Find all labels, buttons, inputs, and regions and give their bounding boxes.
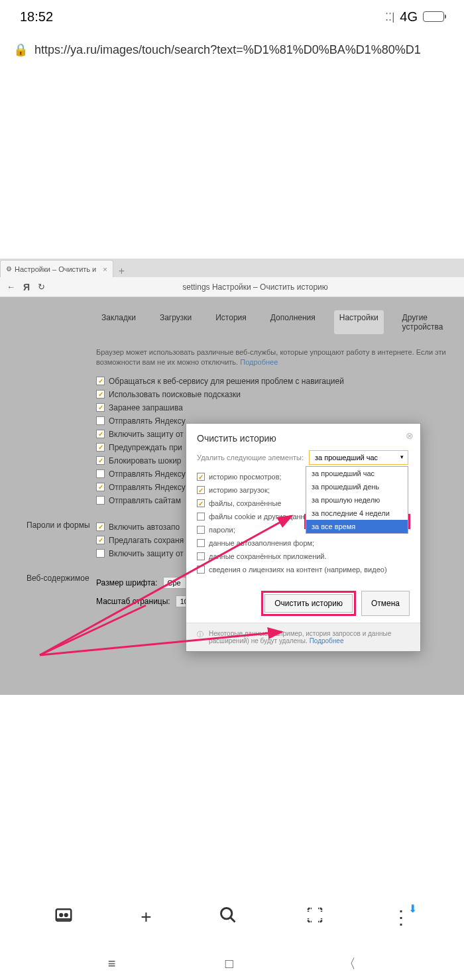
tab-addons[interactable]: Дополнения bbox=[265, 310, 321, 334]
yandex-logo[interactable]: Я bbox=[23, 282, 30, 292]
android-menu-button[interactable]: ≡ bbox=[108, 956, 116, 971]
checkbox[interactable] bbox=[96, 496, 105, 505]
clear-history-dialog: Очистить историю ⊗ Удалить следующие эле… bbox=[186, 423, 421, 652]
download-badge-icon: ⬇ bbox=[408, 902, 417, 915]
checkbox[interactable] bbox=[96, 390, 105, 398]
dropdown-list: за прошедший час за прошедший день за пр… bbox=[306, 466, 408, 534]
info-icon: ⓘ bbox=[197, 630, 203, 644]
android-home-button[interactable]: □ bbox=[225, 956, 233, 971]
dropdown-option[interactable]: за прошлую неделю bbox=[306, 493, 408, 507]
network-label: 4G bbox=[400, 9, 418, 25]
dropdown-option[interactable]: за прошедший час bbox=[306, 467, 408, 480]
checkbox[interactable] bbox=[96, 443, 105, 452]
tab-title: Настройки – Очистить и bbox=[15, 265, 96, 273]
dialog-label-row: Удалить следующие элементы: за прошедший… bbox=[197, 450, 410, 465]
dialog-footer: ⓘ Некоторые данные (например, история за… bbox=[186, 623, 420, 651]
tab-bookmarks[interactable]: Закладки bbox=[96, 310, 141, 334]
settings-menu-tabs: Закладки Загрузки История Дополнения Нас… bbox=[0, 310, 464, 334]
zoom-label: Масштаб страницы: bbox=[96, 597, 170, 606]
tab-downloads[interactable]: Загрузки bbox=[154, 310, 197, 334]
clear-history-button[interactable]: Очистить историю bbox=[264, 594, 353, 613]
checkbox[interactable] bbox=[96, 469, 105, 478]
checkbox[interactable] bbox=[96, 416, 105, 425]
checkbox[interactable] bbox=[96, 430, 105, 438]
checkbox[interactable] bbox=[96, 456, 105, 465]
status-right: ⁚⁚| 4G bbox=[385, 9, 444, 25]
status-time: 18:52 bbox=[20, 9, 53, 25]
dialog-header: Очистить историю ⊗ bbox=[186, 424, 420, 450]
dropdown-option[interactable]: за последние 4 недели bbox=[306, 507, 408, 520]
checkbox[interactable] bbox=[197, 552, 205, 560]
checkbox[interactable] bbox=[96, 522, 105, 531]
checkbox[interactable] bbox=[197, 539, 205, 547]
new-tab-button[interactable]: + bbox=[113, 265, 130, 277]
settings-info: Браузер может использовать различные веб… bbox=[0, 347, 464, 368]
dialog-title: Очистить историю bbox=[197, 433, 276, 444]
browser-tab[interactable]: ⚙ Настройки – Очистить и × bbox=[0, 260, 113, 277]
svg-line-3 bbox=[40, 605, 146, 655]
checkbox[interactable] bbox=[96, 403, 105, 412]
url-text: https://ya.ru/images/touch/search?text=%… bbox=[34, 43, 421, 57]
info-more-link[interactable]: Подробнее bbox=[240, 358, 278, 366]
annotation-highlight: Очистить историю bbox=[261, 591, 356, 616]
android-back-button[interactable]: 〈 bbox=[343, 955, 356, 973]
font-size-label: Размер шрифта: bbox=[96, 578, 158, 587]
close-tab-icon[interactable]: × bbox=[103, 265, 107, 273]
mobile-toolbar: + ⋮⬇ bbox=[0, 894, 464, 940]
footer-more-link[interactable]: Подробнее bbox=[310, 637, 344, 644]
address-text[interactable]: settings Настройки – Очистить историю bbox=[53, 282, 457, 292]
checkbox[interactable] bbox=[96, 483, 105, 491]
reload-button[interactable]: ↻ bbox=[38, 282, 45, 292]
checkbox[interactable] bbox=[197, 513, 205, 521]
checkbox[interactable] bbox=[197, 566, 205, 574]
android-nav-bar: ≡ □ 〈 bbox=[0, 947, 464, 980]
cancel-button[interactable]: Отмена bbox=[361, 591, 410, 616]
tab-history[interactable]: История bbox=[210, 310, 252, 334]
browser-tab-strip: ⚙ Настройки – Очистить и × + bbox=[0, 259, 464, 277]
section-passwords: Пароли и формы bbox=[27, 521, 90, 530]
dropdown-option[interactable]: за прошедший день bbox=[306, 480, 408, 493]
dialog-buttons: Очистить историю Отмена bbox=[186, 584, 420, 623]
signal-icon: ⁚⁚| bbox=[385, 11, 394, 23]
browser-nav-bar: ← Я ↻ settings Настройки – Очистить исто… bbox=[0, 277, 464, 297]
tab-devices[interactable]: Другие устройства bbox=[397, 310, 464, 334]
add-icon[interactable]: + bbox=[141, 906, 151, 928]
mobile-url-bar[interactable]: 🔒 https://ya.ru/images/touch/search?text… bbox=[0, 33, 464, 66]
dialog-close-icon[interactable]: ⊗ bbox=[406, 430, 414, 441]
checkbox[interactable] bbox=[197, 473, 205, 481]
tab-settings[interactable]: Настройки bbox=[334, 310, 384, 334]
svg-point-8 bbox=[221, 908, 232, 918]
lock-icon: 🔒 bbox=[13, 42, 28, 57]
checkbox[interactable] bbox=[197, 526, 205, 534]
section-web-content: Веб-содержимое bbox=[27, 574, 89, 583]
search-icon[interactable] bbox=[219, 906, 237, 929]
menu-icon[interactable]: ⋮⬇ bbox=[392, 906, 410, 928]
mobile-status-bar: 18:52 ⁚⁚| 4G bbox=[0, 0, 464, 33]
checkbox[interactable] bbox=[96, 549, 105, 558]
svg-point-6 bbox=[65, 914, 68, 916]
back-button[interactable]: ← bbox=[7, 282, 15, 292]
checkbox[interactable] bbox=[197, 499, 205, 507]
checkbox[interactable] bbox=[96, 377, 105, 385]
svg-point-5 bbox=[60, 914, 62, 916]
battery-icon bbox=[423, 11, 444, 22]
page-content: ⚙ Настройки – Очистить и × + ← Я ↻ setti… bbox=[0, 259, 464, 980]
screenshot-icon[interactable] bbox=[305, 905, 325, 930]
gear-icon: ⚙ bbox=[6, 265, 12, 273]
dropdown-option-selected[interactable]: за все время bbox=[306, 520, 408, 533]
checkbox[interactable] bbox=[197, 486, 205, 494]
tabs-icon[interactable] bbox=[54, 905, 74, 930]
checkbox[interactable] bbox=[96, 536, 105, 544]
settings-page: Закладки Загрузки История Дополнения Нас… bbox=[0, 297, 464, 695]
time-range-dropdown[interactable]: за прошедший час bbox=[309, 450, 408, 465]
svg-line-9 bbox=[231, 917, 235, 922]
